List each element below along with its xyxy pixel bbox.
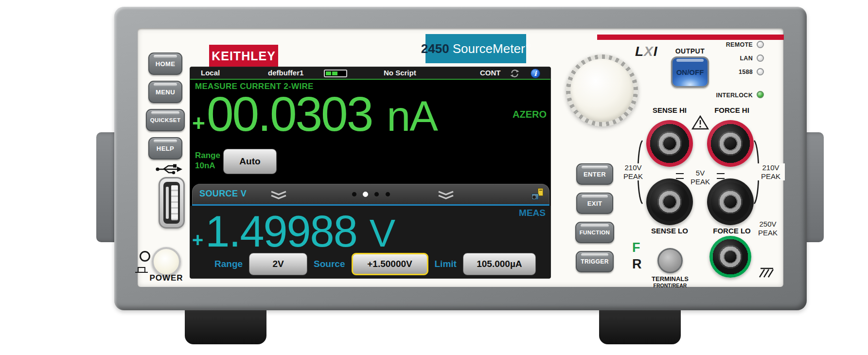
source-reading: +1.49988V [192, 209, 395, 256]
info-icon[interactable]: i [531, 69, 540, 78]
middle-voltage-rating: 5V PEAK [683, 169, 718, 186]
mid-rating-line1: 5V [683, 169, 718, 178]
page-dot[interactable] [385, 192, 390, 197]
menu-button[interactable]: MENU [148, 81, 182, 103]
registered-mark: ® [526, 42, 531, 50]
buffer-fill-gauge[interactable] [324, 70, 347, 77]
mid-rating-line2: PEAK [683, 178, 718, 186]
measure-unit: nA [387, 91, 437, 141]
limit-caption: Limit [435, 259, 457, 269]
help-button-label: HELP [157, 145, 174, 152]
brand-logo: KEITHLEY [209, 45, 278, 68]
measure-range-caption: Range [195, 150, 220, 160]
page-dot[interactable] [374, 192, 379, 197]
source-settings-row: Range 2V Source +1.50000V Limit 105.000µ… [190, 253, 550, 275]
measure-reading: +00.0303nA [192, 89, 437, 141]
status-script[interactable]: No Script [384, 67, 416, 79]
screenshot-icon[interactable] [531, 188, 543, 200]
power-button[interactable] [152, 247, 181, 276]
screenshot-icon-lens [532, 195, 536, 199]
page-dot[interactable] [352, 192, 357, 197]
terminals-front-rear-switch[interactable] [657, 248, 683, 273]
front-terminal-letter: F [632, 240, 640, 255]
quickset-button-label: QUICKSET [150, 117, 181, 123]
touchscreen[interactable]: Local defbuffer1 No Script CONT i MEASUR… [190, 67, 551, 279]
function-button-label: FUNCTION [580, 230, 610, 235]
enter-button-label: ENTER [584, 171, 606, 178]
lxi-letter: X [644, 44, 654, 59]
lxi-logo: LXI [635, 44, 658, 59]
limit-value-button[interactable]: 105.000µA [463, 253, 536, 275]
exit-button-label: EXIT [587, 200, 602, 207]
output-on-off-button[interactable]: ON/OFF [671, 56, 709, 88]
source-sign: + [192, 229, 203, 251]
quickset-button[interactable]: QUICKSET [146, 109, 185, 131]
usb-port-pin [166, 187, 169, 219]
swipe-chevron-down-icon[interactable] [437, 191, 455, 199]
measure-range-auto-button[interactable]: Auto [223, 149, 277, 174]
brand-logo-text: KEITHLEY [212, 49, 276, 63]
status-buffer[interactable]: defbuffer1 [268, 67, 303, 79]
right-rating-line1: 210V [757, 163, 785, 172]
page-dot-active[interactable] [363, 192, 368, 197]
info-icon-glyph: i [534, 70, 536, 77]
buffer-fill-segment [332, 71, 337, 75]
1588-indicator-label: 1588 [706, 69, 753, 75]
warning-icon [691, 115, 709, 130]
power-label: POWER [142, 273, 191, 283]
swipe-bar[interactable]: SOURCE V [192, 184, 549, 204]
left-rating-line2: PEAK [619, 172, 648, 181]
measure-sign: + [192, 110, 205, 136]
source-unit: V [370, 211, 395, 256]
function-button[interactable]: FUNCTION [575, 222, 614, 243]
power-off-symbol [140, 251, 150, 262]
status-trigger-mode[interactable]: CONT [480, 67, 501, 79]
remote-indicator-label: REMOTE [706, 41, 753, 48]
bottom-voltage-rating: 250V PEAK [753, 220, 783, 237]
rear-terminal-letter: R [632, 257, 642, 272]
measure-range-label: Range 10nA [195, 150, 220, 171]
source-range-button[interactable]: 2V [249, 253, 307, 275]
sense-hi-jack [646, 120, 693, 167]
help-button[interactable]: HELP [148, 137, 182, 160]
continuous-refresh-icon[interactable] [510, 69, 519, 78]
meas-tag: MEAS [519, 208, 546, 218]
swipe-page-dots [352, 192, 390, 197]
menu-button-label: MENU [156, 89, 175, 96]
exit-button[interactable]: EXIT [576, 193, 613, 214]
sense-lo-label: SENSE LO [644, 227, 695, 235]
usb-port-tongue [171, 185, 178, 220]
force-hi-jack [707, 120, 754, 167]
lan-indicator-label: LAN [706, 55, 753, 62]
remote-led [757, 41, 764, 48]
enter-button[interactable]: ENTER [576, 163, 613, 185]
source-pane: MEAS +1.49988V Range 2V Source +1.50000V… [190, 206, 550, 279]
auto-button-label: Auto [239, 156, 260, 167]
trigger-button-label: TRIGGER [581, 258, 608, 265]
navigation-knob[interactable] [566, 54, 638, 126]
terminals-switch-sublabel: FRONT/REAR [643, 283, 697, 288]
mid-rating-tick [717, 173, 725, 174]
keithley-2450-front-panel: HOME MENU QUICKSET HELP POWER KEITHLEY A… [0, 0, 868, 355]
1588-led [757, 68, 764, 75]
power-out-position-icon [134, 265, 149, 273]
ground-jack [709, 236, 751, 278]
left-rating-line1: 210V [619, 163, 648, 172]
source-caption: Source [314, 259, 345, 269]
accent-stripe [597, 35, 784, 40]
measure-pane: MEASURE CURRENT 2-WIRE +00.0303nA AZERO … [190, 81, 550, 184]
usb-port-slot [163, 182, 180, 224]
model-name: SourceMeter [453, 41, 525, 56]
status-mode[interactable]: Local [201, 67, 220, 79]
source-value-button[interactable]: +1.50000V [352, 253, 428, 275]
swipe-chevron-down-icon[interactable] [269, 191, 288, 199]
lan-led [757, 54, 764, 62]
sense-hi-label: SENSE HI [644, 106, 695, 114]
usb-icon [155, 162, 183, 175]
force-lo-label: FORCE LO [705, 227, 759, 235]
trigger-button[interactable]: TRIGGER [576, 251, 614, 272]
home-button[interactable]: HOME [148, 53, 182, 75]
chassis-ground-icon [755, 263, 775, 279]
lxi-letter: L [635, 44, 644, 59]
source-range-caption: Range [214, 259, 243, 269]
